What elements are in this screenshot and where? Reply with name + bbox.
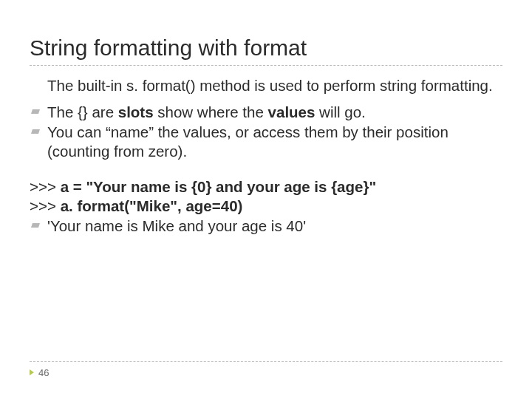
slide-footer: 46 — [30, 361, 502, 378]
output-list: 'Your name is Mike and your age is 40' — [30, 216, 502, 236]
bullet-text: The {} are — [47, 103, 118, 120]
title-divider — [30, 65, 502, 66]
code-line-1: >>> a = "Your name is {0} and your age i… — [30, 177, 502, 197]
bullet-strong-values: values — [268, 103, 316, 120]
bullet-text: will go. — [315, 103, 365, 120]
repl-prompt: >>> — [30, 178, 61, 195]
bullet-strong-slots: slots — [118, 103, 154, 120]
slide-title: String formatting with format — [30, 35, 502, 61]
bullet-text: show where the — [154, 103, 268, 120]
page-number: 46 — [30, 367, 49, 378]
repl-prompt: >>> — [30, 197, 61, 214]
code-text: a = "Your name is {0} and your age is {a… — [61, 178, 377, 195]
intro-text: The built-in s. format() method is used … — [30, 76, 502, 95]
code-text: a. format("Mike", age=40) — [61, 197, 243, 214]
code-line-2: >>> a. format("Mike", age=40) — [30, 197, 502, 216]
bullet-item-slots: The {} are slots show where the values w… — [30, 103, 502, 122]
slide-body: The built-in s. format() method is used … — [30, 76, 502, 236]
bullet-list: The {} are slots show where the values w… — [30, 103, 502, 161]
code-example: >>> a = "Your name is {0} and your age i… — [30, 177, 502, 236]
bullet-item-naming: You can “name” the values, or access the… — [30, 123, 502, 160]
slide: String formatting with format The built-… — [0, 0, 532, 399]
output-line: 'Your name is Mike and your age is 40' — [30, 216, 502, 236]
footer-divider — [30, 361, 502, 362]
